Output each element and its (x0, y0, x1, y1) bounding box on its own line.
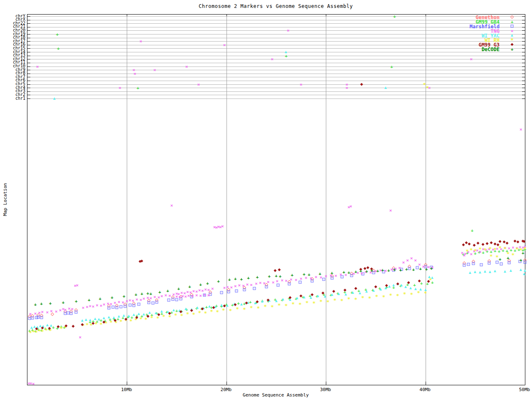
data-point-plus: + (381, 268, 384, 271)
data-point-cross: × (519, 246, 522, 249)
data-point-square-dot (116, 306, 118, 309)
data-point-cross: × (89, 305, 92, 308)
data-point-plus: + (195, 307, 198, 310)
data-point-cross: × (55, 310, 58, 313)
plot-area: ++++++++++++++++++++++++++++++++++++++++… (27, 14, 525, 385)
data-point-triangle (489, 271, 491, 273)
data-point-square-dot (323, 278, 325, 281)
data-point-square-dot (416, 266, 419, 269)
data-point-star: * (488, 248, 492, 250)
data-point-plus: + (48, 328, 51, 330)
data-point-plus: + (507, 256, 510, 259)
data-point-diamond-filled (223, 304, 226, 307)
data-point-diamond-open (310, 277, 313, 281)
data-point-plus: + (319, 272, 322, 275)
data-point-square-dot (288, 283, 291, 286)
data-point-cross: × (68, 307, 71, 310)
data-point-square-dot (108, 307, 111, 310)
data-point-diamond-filled (190, 309, 193, 312)
data-point-plus: + (49, 302, 52, 305)
data-point-diamond-filled (91, 322, 94, 325)
data-point-triangle (261, 300, 264, 303)
data-point-cross: × (522, 246, 525, 249)
data-point-diamond-open (510, 15, 514, 19)
data-point-cross: × (315, 276, 318, 278)
data-point-cross: × (272, 281, 275, 284)
data-point-triangle (30, 326, 33, 329)
data-point-square-dot (133, 304, 135, 307)
data-point-cross: × (250, 283, 253, 286)
data-point-plus: + (111, 296, 113, 299)
data-point-cross: × (479, 250, 482, 253)
data-point-plus: + (228, 278, 231, 281)
chromosome-row-line (27, 41, 525, 42)
data-point-cross: × (504, 246, 507, 249)
data-point-triangle (289, 298, 291, 301)
x-gridline (127, 15, 127, 385)
data-point-plus: + (347, 271, 350, 274)
data-point-plus: + (146, 292, 149, 295)
chromosome-row-line (27, 34, 525, 34)
data-point-triangle (94, 318, 96, 320)
data-point-cross: × (187, 294, 190, 297)
data-point-cross: × (79, 336, 82, 339)
data-point-diamond-filled (514, 239, 517, 242)
data-point-plus: + (62, 301, 65, 304)
data-point-cross: × (476, 249, 479, 252)
data-point-cross: × (195, 294, 198, 297)
axis-tick (27, 95, 30, 95)
axis-tick (27, 81, 30, 81)
data-point-plus: + (37, 328, 40, 331)
data-point-cross: × (520, 128, 522, 131)
data-point-plus: + (108, 318, 111, 321)
data-point-star: * (150, 317, 153, 319)
data-point-plus: + (200, 307, 203, 310)
data-point-square-dot (400, 268, 403, 271)
legend-marker: * (500, 38, 525, 42)
data-point-plus: + (522, 249, 525, 251)
data-point-plus: + (185, 308, 188, 311)
data-point-diamond-open (392, 266, 395, 270)
legend-marker (500, 24, 525, 29)
data-point-plus: + (357, 289, 360, 292)
data-point-star: * (361, 297, 365, 299)
data-point-cross: × (350, 205, 352, 208)
data-point-square-dot (128, 304, 131, 307)
data-point-plus: + (330, 293, 332, 296)
data-point-plus: + (506, 249, 509, 252)
data-point-plus: + (412, 268, 415, 271)
data-point-square-dot (519, 260, 522, 263)
data-point-plus: + (365, 288, 367, 291)
data-point-diamond-filled (499, 240, 502, 243)
data-point-triangle (138, 313, 140, 315)
data-point-star: * (256, 307, 260, 310)
data-point-cross: × (146, 296, 149, 299)
data-point-square-dot (265, 286, 268, 288)
data-point-triangle (504, 270, 506, 273)
data-point-plus: + (140, 292, 143, 295)
data-point-diamond-open (155, 298, 158, 302)
data-point-star: * (229, 310, 232, 312)
data-point-plus: + (155, 312, 158, 315)
data-point-diamond-filled (256, 300, 259, 303)
data-point-diamond-filled (113, 319, 116, 322)
data-point-plus: + (511, 20, 514, 23)
data-point-square-dot (70, 312, 73, 315)
data-point-square-dot (167, 299, 170, 302)
data-point-diamond-filled (179, 310, 182, 313)
data-point-cross: × (168, 294, 171, 297)
data-point-star: * (285, 305, 288, 307)
axis-tick (522, 95, 525, 95)
data-point-triangle (520, 268, 522, 271)
axis-tick (326, 382, 326, 385)
data-point-star: * (333, 299, 337, 302)
data-point-cross: × (76, 284, 79, 287)
data-point-plus: + (135, 314, 138, 317)
data-point-cross: × (86, 305, 89, 308)
data-point-star: * (139, 318, 143, 320)
data-point-plus: + (295, 297, 298, 300)
data-point-star: * (466, 250, 469, 253)
legend-marker (500, 42, 525, 47)
data-point-plus: + (517, 248, 520, 251)
data-point-square-dot (430, 266, 433, 269)
